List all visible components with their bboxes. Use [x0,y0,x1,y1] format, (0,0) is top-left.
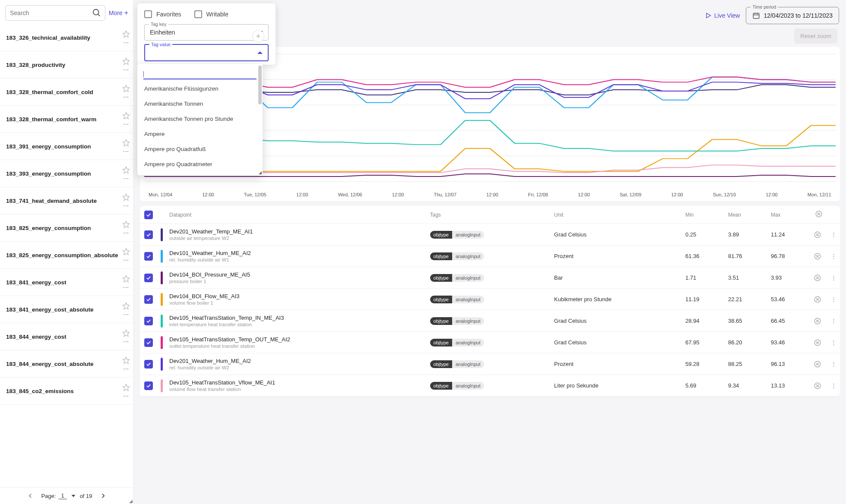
row-menu-icon[interactable]: ⋮ [831,382,836,389]
row-menu-icon[interactable]: ⋮ [831,253,836,259]
row-checkbox[interactable] [144,381,153,390]
datapoint-description: rel. humidity outside air W2 [169,365,423,370]
remove-row-icon[interactable] [814,317,821,325]
remove-row-icon[interactable] [814,382,821,390]
tag-key-select[interactable]: Tag key Einheiten [144,24,269,41]
sidebar-item[interactable]: 183_326_technical_availability ⋮ [0,24,133,51]
sidebar-item[interactable]: 183_841_energy_cost_absolute ⋮ [0,296,133,323]
datapoint-name: Dev105_HeatTransStation_Vflow_ME_AI1 [169,379,423,386]
dropdown-option[interactable]: Ampere pro Quadratfuß [137,142,263,157]
star-icon[interactable] [122,275,130,283]
star-icon[interactable] [122,329,130,337]
mean-cell: 22.21 [725,289,767,310]
reset-zoom-button[interactable]: Reset zoom [794,28,837,44]
row-checkbox[interactable] [144,230,153,239]
remove-row-icon[interactable] [814,252,821,260]
search-field[interactable] [5,5,105,21]
row-menu-icon[interactable]: ⋮ [831,339,836,346]
sidebar-item[interactable]: 183_844_energy_cost ⋮ [0,323,133,350]
more-actions-icon[interactable]: ⋮ [123,67,129,72]
more-actions-icon[interactable]: ⋮ [123,40,129,45]
row-checkbox[interactable] [144,317,153,325]
more-actions-icon[interactable]: ⋮ [123,366,129,371]
sidebar-item[interactable]: 183_841_energy_cost ⋮ [0,269,133,296]
sidebar-item[interactable]: 183_328_thermal_comfort_cold ⋮ [0,79,133,106]
more-link[interactable]: More + [109,9,128,17]
star-icon[interactable] [122,85,130,92]
page-prev-button[interactable] [26,492,34,500]
more-actions-icon[interactable]: ⋮ [123,339,129,344]
sidebar-item[interactable]: 183_391_energy_consumption ⋮ [0,133,133,160]
star-icon[interactable] [122,30,130,38]
dropdown-search-input[interactable] [143,70,257,79]
row-checkbox[interactable] [144,360,153,369]
remove-row-icon[interactable] [814,339,821,346]
sidebar-item[interactable]: 183_741_heat_demand_absolute ⋮ [0,187,133,214]
row-menu-icon[interactable]: ⋮ [831,361,836,367]
more-actions-icon[interactable]: ⋮ [123,312,129,317]
row-menu-icon[interactable]: ⋮ [831,274,836,281]
sidebar-item[interactable]: 183_393_energy_consumption ⋮ [0,160,133,187]
row-menu-icon[interactable]: ⋮ [831,296,836,302]
row-menu-icon[interactable]: ⋮ [831,318,836,324]
more-actions-icon[interactable]: ⋮ [123,176,129,181]
remove-row-icon[interactable] [814,231,821,239]
page-dropdown-icon[interactable] [70,492,77,500]
dropdown-option[interactable]: Amerikanische Flüssigunzen [137,81,263,96]
remove-row-icon[interactable] [814,274,821,282]
star-icon[interactable] [122,248,130,255]
sidebar-item-label: 183_841_energy_cost [6,279,67,286]
tag-value-select[interactable]: Tag value [144,44,269,61]
star-icon[interactable] [122,356,130,364]
page-number[interactable]: 1 [58,492,67,499]
row-menu-icon[interactable]: ⋮ [831,231,836,238]
more-actions-icon[interactable]: ⋮ [123,203,129,208]
data-table: Datapoint Tags Unit Min Mean Max Dev201_… [140,206,840,397]
sidebar-item[interactable]: 183_825_energy_consumption ⋮ [0,214,133,242]
more-actions-icon[interactable]: ⋮ [123,393,129,398]
live-view-button[interactable]: Live View [705,12,740,19]
star-icon[interactable] [122,220,130,228]
row-checkbox[interactable] [144,338,153,347]
svg-marker-9 [123,221,130,228]
dropdown-option[interactable]: Amerikanische Tonnen [137,96,263,111]
star-icon[interactable] [122,193,130,201]
more-actions-icon[interactable]: ⋮ [123,284,129,290]
more-actions-icon[interactable]: ⋮ [123,94,129,99]
dropdown-option[interactable]: Ampere [137,126,263,142]
sidebar-item-label: 183_825_energy_consumption [6,225,91,231]
remove-row-icon[interactable] [814,296,821,303]
page-next-button[interactable] [99,492,107,500]
search-input[interactable] [6,9,92,16]
remove-all-icon[interactable] [815,210,823,218]
dropdown-option[interactable]: Amerikanische Tonnen pro Stunde [137,111,263,126]
more-actions-icon[interactable]: ⋮ [123,257,129,262]
sidebar-item[interactable]: 183_328_productivity ⋮ [0,51,133,79]
add-filter-button[interactable]: + [252,30,264,42]
remove-row-icon[interactable] [814,360,821,368]
scrollbar-thumb[interactable] [258,66,262,104]
more-actions-icon[interactable]: ⋮ [123,121,129,126]
sidebar-item[interactable]: 183_845_co2_emissions ⋮ [0,378,133,405]
row-checkbox[interactable] [144,252,153,261]
time-period-selector[interactable]: Time period 12/04/2023 to 12/11/2023 [746,7,839,24]
sidebar-item[interactable]: 183_844_energy_cost_absolute ⋮ [0,350,133,378]
sidebar-item[interactable]: 183_328_thermal_comfort_warm ⋮ [0,106,133,133]
more-actions-icon[interactable]: ⋮ [123,230,129,235]
favorites-checkbox[interactable]: Favorites [144,10,181,18]
writable-checkbox[interactable]: Writable [194,10,228,18]
star-icon[interactable] [122,302,130,310]
star-icon[interactable] [122,139,130,147]
row-checkbox[interactable] [144,274,153,282]
row-checkbox[interactable] [144,295,153,304]
star-icon[interactable] [122,112,130,120]
select-all-checkbox[interactable] [144,211,153,219]
star-icon[interactable] [122,57,130,65]
dropdown-option[interactable]: Ampere pro Quadratmeter [137,157,263,172]
resize-handle[interactable] [129,500,133,503]
sidebar-item[interactable]: 183_825_energy_consumption_absolute ⋮ [0,242,133,269]
star-icon[interactable] [122,166,130,174]
star-icon[interactable] [122,384,130,391]
more-actions-icon[interactable]: ⋮ [123,148,129,154]
resize-handle[interactable] [259,171,262,174]
